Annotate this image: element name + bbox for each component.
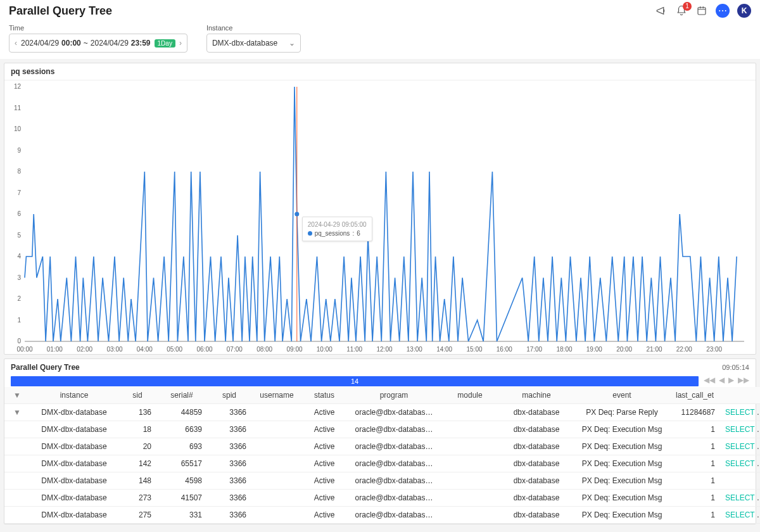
line-chart[interactable]: 012345678910111200:0001:0002:0003:0004:0… [7, 83, 748, 355]
svg-text:11:00: 11:00 [346, 346, 362, 353]
svg-text:19:00: 19:00 [586, 346, 602, 353]
svg-point-40 [294, 212, 299, 217]
table-row[interactable]: DMX-dbx-database14845983366Activeoracle@… [4, 472, 760, 490]
svg-text:15:00: 15:00 [466, 346, 482, 353]
tooltip-series-name: pq_sessions [315, 230, 350, 237]
column-header[interactable] [720, 387, 760, 404]
sql-link[interactable]: SELECT /*jskqjc [725, 493, 760, 502]
time-control-group: Time ‹ 2024/04/29 00:00 ~ 2024/04/29 23:… [9, 24, 187, 53]
svg-text:09:00: 09:00 [286, 346, 302, 353]
table-row[interactable]: DMX-dbx-database142655173366Activeoracle… [4, 455, 760, 472]
avatar[interactable]: K [737, 4, 751, 18]
pager-prev-icon[interactable]: ◀ [719, 376, 725, 384]
svg-text:5: 5 [17, 232, 21, 239]
table-row[interactable]: DMX-dbx-database206933366Activeoracle@db… [4, 438, 760, 455]
chart-panel: pq sessions 012345678910111200:0001:0002… [4, 63, 756, 355]
column-header[interactable]: spid [207, 387, 251, 404]
svg-text:20:00: 20:00 [616, 346, 632, 353]
summary-bar-row: 14 ◀◀ ◀ ▶ ▶▶ [4, 376, 756, 387]
chevron-down-icon: ⌄ [289, 39, 295, 48]
column-header[interactable]: sid [118, 387, 156, 404]
svg-text:08:00: 08:00 [256, 346, 272, 353]
instance-select[interactable]: DMX-dbx-database ⌄ [206, 34, 301, 53]
svg-text:04:00: 04:00 [137, 346, 153, 353]
filter-bar: Time ‹ 2024/04/29 00:00 ~ 2024/04/29 23:… [0, 24, 760, 59]
svg-text:06:00: 06:00 [196, 346, 212, 353]
column-header[interactable]: event [574, 387, 669, 404]
sql-link[interactable]: SELECT /*jskqjc [725, 459, 760, 468]
expand-icon: ▼ [13, 408, 21, 417]
instance-control-group: Instance DMX-dbx-database ⌄ [206, 24, 301, 53]
sql-link[interactable]: SELECT /*jskqjc [725, 510, 760, 519]
svg-text:1: 1 [17, 317, 21, 324]
header-actions: 1 ⋯ K [655, 4, 751, 18]
tooltip-dot-icon [308, 231, 312, 236]
time-range-picker[interactable]: ‹ 2024/04/29 00:00 ~ 2024/04/29 23:59 1D… [9, 34, 187, 53]
time-from-date: 2024/04/29 [21, 39, 59, 48]
table-timestamp: 09:05:14 [722, 364, 749, 371]
svg-text:22:00: 22:00 [676, 346, 692, 353]
page-header: Parallel Query Tree 1 ⋯ K [0, 0, 760, 24]
sql-link[interactable]: SELECT /*jskqjc [725, 408, 760, 417]
svg-text:02:00: 02:00 [77, 346, 92, 353]
time-separator: ~ [84, 39, 88, 48]
pager-last-icon[interactable]: ▶▶ [738, 376, 749, 384]
table-row[interactable]: DMX-dbx-database1866393366Activeoracle@d… [4, 421, 760, 438]
column-header[interactable]: status [302, 387, 346, 404]
column-header[interactable]: serial# [156, 387, 207, 404]
svg-text:4: 4 [17, 253, 21, 260]
svg-text:23:00: 23:00 [706, 346, 722, 353]
column-header[interactable]: last_call_et [669, 387, 720, 404]
svg-text:16:00: 16:00 [497, 346, 512, 353]
tooltip-time: 2024-04-29 09:05:00 [308, 221, 367, 228]
svg-text:07:00: 07:00 [227, 346, 243, 353]
time-from-time: 00:00 [61, 39, 81, 48]
chart-tooltip: 2024-04-29 09:05:00 pq_sessions : 6 [302, 217, 372, 241]
svg-text:9: 9 [17, 147, 21, 154]
svg-text:01:00: 01:00 [47, 346, 63, 353]
pager-next-icon[interactable]: ▶ [728, 376, 734, 384]
svg-text:13:00: 13:00 [407, 346, 422, 353]
table-row[interactable]: ▼DMX-dbx-database136448593366Activeoracl… [4, 404, 760, 421]
announce-icon[interactable] [655, 4, 668, 17]
svg-text:0: 0 [17, 338, 21, 345]
chart-title: pq sessions [4, 63, 756, 80]
svg-text:03:00: 03:00 [106, 346, 122, 353]
sessions-table: ▼instancesidserial#spidusernamestatuspro… [4, 387, 760, 524]
table-panel: Parallel Query Tree 09:05:14 14 ◀◀ ◀ ▶ ▶… [4, 358, 756, 524]
time-range-tag: 1Day [155, 39, 175, 48]
svg-text:17:00: 17:00 [526, 346, 542, 353]
tooltip-value: 6 [357, 230, 360, 237]
table-pager: ◀◀ ◀ ▶ ▶▶ [704, 376, 749, 384]
summary-bar[interactable]: 14 [11, 376, 699, 386]
column-header[interactable]: ▼ [4, 387, 30, 404]
bell-icon[interactable]: 1 [675, 4, 688, 17]
table-header-row: ▼instancesidserial#spidusernamestatuspro… [4, 387, 760, 404]
svg-text:12: 12 [14, 83, 22, 90]
svg-text:18:00: 18:00 [556, 346, 572, 353]
svg-text:10: 10 [14, 125, 22, 132]
sql-link[interactable]: SELECT /*jskqjc [725, 425, 760, 434]
calendar-icon[interactable] [695, 4, 708, 17]
sql-link[interactable]: SELECT /*jskqjc [725, 442, 760, 451]
time-next-icon[interactable]: › [178, 39, 183, 48]
more-button[interactable]: ⋯ [716, 4, 730, 18]
column-header[interactable]: machine [498, 387, 574, 404]
chart-area[interactable]: 012345678910111200:0001:0002:0003:0004:0… [4, 80, 756, 354]
time-prev-icon[interactable]: ‹ [13, 39, 18, 48]
column-header[interactable]: program [346, 387, 441, 404]
svg-text:6: 6 [17, 210, 21, 217]
column-header[interactable]: instance [30, 387, 118, 404]
pager-first-icon[interactable]: ◀◀ [704, 376, 715, 384]
svg-text:14:00: 14:00 [436, 346, 452, 353]
svg-text:21:00: 21:00 [646, 346, 662, 353]
column-header[interactable]: username [251, 387, 302, 404]
column-header[interactable]: module [441, 387, 498, 404]
table-body: ▼DMX-dbx-database136448593366Activeoracl… [4, 404, 760, 524]
tooltip-colon: : [352, 230, 354, 237]
table-row[interactable]: DMX-dbx-database2753313366Activeoracle@d… [4, 507, 760, 524]
svg-text:10:00: 10:00 [317, 346, 332, 353]
page-title: Parallel Query Tree [9, 4, 112, 18]
svg-text:8: 8 [17, 168, 21, 175]
table-row[interactable]: DMX-dbx-database273415073366Activeoracle… [4, 490, 760, 507]
